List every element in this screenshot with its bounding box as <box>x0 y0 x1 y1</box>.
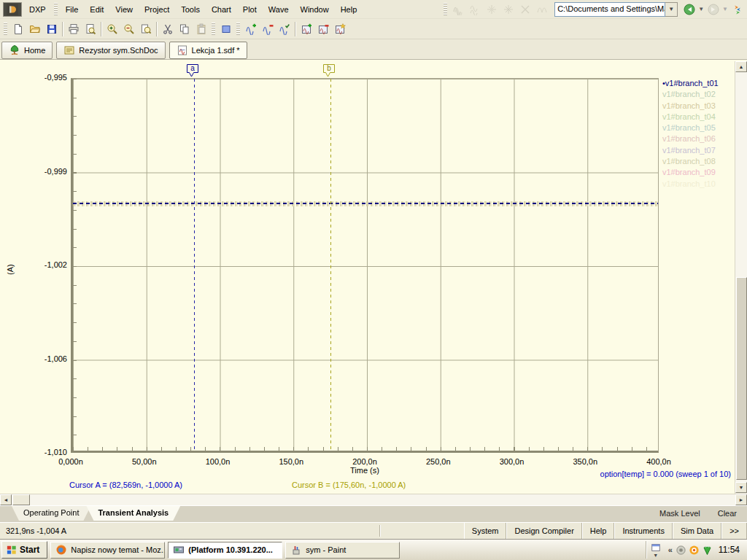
add-wave-icon[interactable] <box>242 21 259 37</box>
start-button[interactable]: Start <box>1 541 47 559</box>
toolbar-gripper[interactable] <box>444 3 447 16</box>
menu-project[interactable]: Project <box>139 2 175 17</box>
legend-item-v1-branch-t09[interactable]: v1#branch_t09 <box>662 167 735 178</box>
network-icon[interactable] <box>702 545 713 556</box>
document-tab-rezystor-sym-schdoc[interactable]: Rezystor sym.SchDoc <box>56 42 165 59</box>
menu-file[interactable]: File <box>60 2 85 17</box>
analysis-tab-operating-point[interactable]: Operating Point <box>12 506 90 521</box>
legend-item-v1-branch-t04[interactable]: v1#branch_t04 <box>662 112 735 122</box>
legend-item-v1-branch-t01[interactable]: •v1#branch_t01 <box>662 78 735 89</box>
back-dropdown-icon[interactable]: ▼ <box>697 6 705 12</box>
panel-button-instruments[interactable]: Instruments <box>614 523 672 539</box>
menu-view[interactable]: View <box>109 2 139 17</box>
x-minor-ticks <box>73 447 658 451</box>
legend-item-v1-branch-t05[interactable]: v1#branch_t05 <box>662 122 735 133</box>
y-tick-label: -1,010 <box>0 448 67 456</box>
copy-icon[interactable] <box>176 21 193 37</box>
horizontal-scrollbar[interactable]: ◄ ► <box>0 494 747 505</box>
forward-button[interactable] <box>705 1 721 18</box>
vertical-scrollbar[interactable]: ▲ ▼ <box>735 61 747 494</box>
menu-window[interactable]: Window <box>295 2 335 17</box>
task-button-napisz-nowy-temat-moz-[interactable]: Napisz nowy temat - Moz... <box>50 542 165 559</box>
horizontal-scroll-thumb[interactable] <box>12 494 30 505</box>
menu-plot[interactable]: Plot <box>237 2 263 17</box>
scroll-left-icon[interactable]: ◄ <box>0 494 12 505</box>
panel-button--[interactable]: >> <box>721 523 747 539</box>
split-wave-icon[interactable] <box>533 1 550 18</box>
show-desktop-button[interactable]: ▼ <box>651 542 661 558</box>
cut-icon[interactable] <box>159 21 176 37</box>
print-icon[interactable] <box>65 21 82 37</box>
node-wave-icon[interactable] <box>500 1 516 18</box>
cursor-b-flag[interactable]: b <box>322 63 336 78</box>
tray-collapse-icon[interactable]: « <box>668 545 673 554</box>
dxp-nav-icon[interactable] <box>729 1 746 18</box>
menu-dxp[interactable]: DXP <box>23 2 52 17</box>
overlay-waves-icon[interactable] <box>449 1 466 18</box>
document-tab-label: Lekcja 1.sdf * <box>192 46 240 55</box>
zoom-out-icon[interactable] <box>120 21 137 37</box>
task-button-sym-paint[interactable]: sym - Paint <box>285 542 400 559</box>
zoom-document-icon[interactable] <box>137 21 154 37</box>
zoom-in-icon[interactable] <box>104 21 120 37</box>
paste-icon[interactable] <box>193 21 209 37</box>
vertical-scroll-thumb[interactable] <box>736 277 747 480</box>
cursor-b-line[interactable] <box>330 79 331 451</box>
update-icon[interactable] <box>689 545 700 556</box>
active-trace-v1-branch-t01[interactable] <box>73 203 658 204</box>
scroll-up-icon[interactable]: ▲ <box>735 61 747 72</box>
scroll-down-icon[interactable]: ▼ <box>735 482 747 493</box>
address-combo[interactable]: C:\Documents and Settings\Marcin\Pul ▼ <box>554 2 678 17</box>
dxp-app-icon[interactable] <box>3 2 22 17</box>
address-input[interactable]: C:\Documents and Settings\Marcin\Pul <box>554 2 665 17</box>
forward-dropdown-icon[interactable]: ▼ <box>721 6 729 12</box>
check-wave-icon[interactable] <box>276 21 293 37</box>
menu-wave[interactable]: Wave <box>263 2 295 17</box>
cursor-a-line[interactable] <box>194 79 195 451</box>
measure-wave-icon[interactable] <box>483 1 500 18</box>
panel-button-sim-data[interactable]: Sim Data <box>673 523 721 539</box>
add-chart-icon[interactable] <box>298 21 314 37</box>
legend-item-v1-branch-t07[interactable]: v1#branch_t07 <box>662 145 735 156</box>
new-document-icon[interactable] <box>9 21 26 37</box>
panels-icon[interactable] <box>217 21 234 37</box>
save-icon[interactable] <box>43 21 60 37</box>
legend-item-v1-branch-t03[interactable]: v1#branch_t03 <box>662 101 735 112</box>
legend-item-v1-branch-t10[interactable]: v1#branch_t10 <box>662 179 735 190</box>
task-button--platform-10-391-220-[interactable]: (Platform 10.391.220... <box>168 542 282 559</box>
address-dropdown-icon[interactable]: ▼ <box>665 2 678 17</box>
plot-area[interactable] <box>71 78 659 453</box>
analysis-tab-transient-analysis[interactable]: Transient Analysis <box>86 506 180 521</box>
back-button[interactable] <box>681 1 697 18</box>
legend-item-v1-branch-t02[interactable]: v1#branch_t02 <box>662 89 735 100</box>
panel-button-help[interactable]: Help <box>582 523 615 539</box>
document-tab-home[interactable]: Home <box>1 42 53 59</box>
clear-button[interactable]: Clear <box>718 509 737 518</box>
panel-button-system[interactable]: System <box>464 523 507 539</box>
open-folder-icon[interactable] <box>26 21 43 37</box>
toolbar-gripper[interactable] <box>4 23 7 36</box>
cursor-a-flag[interactable]: a <box>186 63 199 78</box>
menu-help[interactable]: Help <box>335 2 363 17</box>
menu-bar: DXP FileEditViewProjectToolsChartPlotWav… <box>0 0 747 19</box>
new-chart-icon[interactable] <box>331 21 348 37</box>
mask-level-button[interactable]: Mask Level <box>659 509 700 518</box>
menu-chart[interactable]: Chart <box>206 2 237 17</box>
y-minor-ticks <box>73 79 77 451</box>
remove-chart-icon[interactable] <box>314 21 331 37</box>
print-preview-icon[interactable] <box>82 21 98 37</box>
legend-item-v1-branch-t08[interactable]: v1#branch_t08 <box>662 156 735 167</box>
remove-wave-icon[interactable] <box>259 21 276 37</box>
stack-waves-icon[interactable] <box>466 1 483 18</box>
scroll-right-icon[interactable]: ► <box>735 494 747 505</box>
document-tab-lekcja-1-sdf-[interactable]: Lekcja 1.sdf * <box>169 42 247 59</box>
menu-edit[interactable]: Edit <box>84 2 109 17</box>
speaker-icon[interactable] <box>676 545 686 556</box>
legend-item-v1-branch-t06[interactable]: v1#branch_t06 <box>662 133 735 144</box>
menu-items: FileEditViewProjectToolsChartPlotWaveWin… <box>60 2 363 17</box>
toolbar-gripper[interactable] <box>54 3 58 16</box>
menu-tools[interactable]: Tools <box>175 2 206 17</box>
panel-button-design-compiler[interactable]: Design Compiler <box>506 523 581 539</box>
cross-probe-icon[interactable] <box>516 1 533 18</box>
windows-flag-icon <box>7 545 17 555</box>
